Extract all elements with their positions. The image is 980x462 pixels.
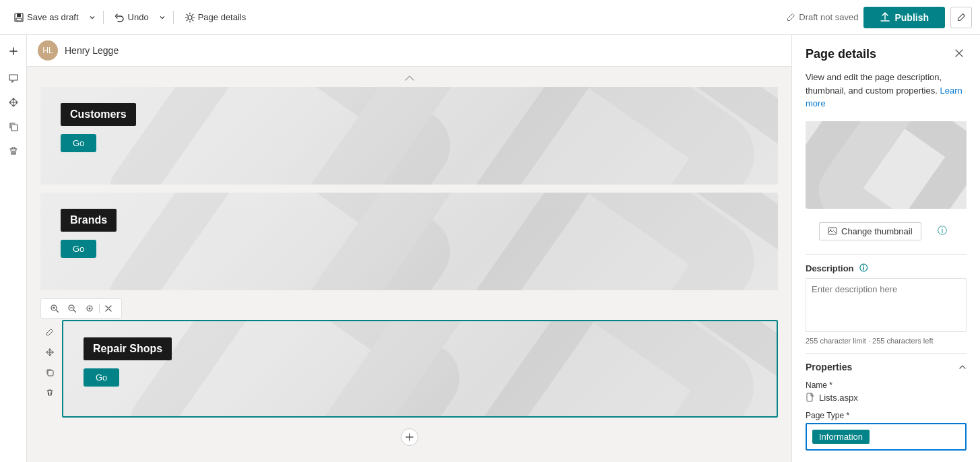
- description-info-icon: ⓘ: [859, 263, 868, 274]
- add-section-top-icon[interactable]: [3, 40, 24, 62]
- page-type-label: Page Type *: [806, 411, 967, 420]
- repair-shops-row: Repair Shops Go: [40, 320, 778, 418]
- char-count: 255 character limit · 255 characters lef…: [806, 337, 967, 345]
- move-icon[interactable]: [3, 92, 24, 113]
- author-name: Henry Legge: [65, 45, 119, 56]
- brands-title: Brands: [61, 209, 117, 232]
- move-card-button[interactable]: [40, 343, 59, 362]
- repair-shops-card[interactable]: Repair Shops Go: [62, 320, 778, 418]
- zoom-fit-button[interactable]: [81, 302, 98, 315]
- svg-point-3: [188, 15, 192, 20]
- zoom-toolbar: [40, 298, 122, 319]
- move-arrows-icon: [45, 348, 55, 357]
- customers-title: Customers: [61, 103, 136, 126]
- brands-go-button[interactable]: Go: [61, 240, 96, 258]
- draft-status: Draft not saved: [786, 12, 858, 22]
- change-thumbnail-button[interactable]: Change thumbnail: [819, 222, 921, 240]
- add-section-button[interactable]: [401, 428, 418, 446]
- delete-card-button[interactable]: [40, 383, 59, 402]
- save-draft-label: Save as draft: [27, 12, 79, 22]
- svg-point-16: [89, 308, 91, 310]
- chevron-down-icon-2: [159, 14, 166, 21]
- panel-title: Page details: [806, 47, 876, 61]
- panel-header: Page details: [792, 35, 980, 71]
- customers-card-content: Customers Go: [40, 87, 136, 152]
- publish-label: Publish: [894, 12, 929, 23]
- avatar: HL: [38, 40, 58, 61]
- file-icon: [806, 393, 815, 402]
- right-panel: Page details View and edit the page desc…: [791, 35, 980, 462]
- content-area: HL Henry Legge: [27, 35, 791, 462]
- repair-shops-title: Repair Shops: [84, 337, 172, 360]
- card-bg-pattern: [40, 87, 778, 185]
- page-details-button[interactable]: Page details: [179, 9, 252, 26]
- repair-shops-go-button[interactable]: Go: [84, 368, 119, 387]
- undo-icon: [115, 12, 125, 23]
- undo-dropdown[interactable]: [157, 11, 168, 24]
- page-type-container[interactable]: Information: [806, 423, 967, 451]
- trash-card-icon: [45, 388, 55, 397]
- customers-card[interactable]: Customers Go: [40, 87, 778, 185]
- description-textarea[interactable]: [806, 278, 967, 332]
- publish-button[interactable]: Publish: [863, 7, 945, 28]
- description-section: Description ⓘ 255 character limit · 255 …: [792, 257, 980, 350]
- svg-rect-27: [807, 393, 812, 401]
- content-scroll: Customers Go: [27, 87, 791, 462]
- add-section-bottom: [40, 423, 778, 451]
- edit-pencil-button[interactable]: [950, 7, 972, 28]
- chevron-down-icon: [89, 14, 96, 21]
- save-draft-dropdown[interactable]: [87, 11, 98, 24]
- scroll-up-area: [27, 72, 791, 87]
- arrows-icon: [8, 97, 19, 108]
- copy-icon[interactable]: [3, 116, 24, 137]
- trash-icon: [8, 145, 19, 156]
- svg-rect-2: [16, 18, 22, 21]
- copy-card-button[interactable]: [40, 363, 59, 382]
- panel-close-button[interactable]: [952, 46, 967, 63]
- close-panel-icon: [954, 48, 964, 58]
- name-property-row: Name * Lists.aspx: [806, 381, 967, 403]
- copy-icon: [45, 368, 55, 377]
- gear-icon: [185, 12, 195, 23]
- description-label-text: Description: [806, 263, 854, 273]
- brands-card-content: Brands Go: [40, 193, 117, 258]
- duplicate-icon: [8, 121, 19, 132]
- zoom-divider: [99, 304, 100, 313]
- edit-card-button[interactable]: [40, 323, 59, 341]
- page-details-label: Page details: [198, 12, 247, 22]
- undo-label: Undo: [128, 12, 149, 22]
- close-icon: [104, 304, 112, 312]
- save-draft-button[interactable]: Save as draft: [8, 9, 84, 26]
- divider-1: [103, 11, 104, 24]
- delete-icon[interactable]: [3, 140, 24, 162]
- svg-rect-17: [48, 370, 53, 376]
- brands-card[interactable]: Brands Go: [40, 193, 778, 290]
- toolbar-right: Draft not saved Publish: [786, 7, 972, 28]
- add-section-icon: [405, 432, 414, 442]
- zoom-close-button[interactable]: [101, 302, 116, 315]
- zoom-in-button[interactable]: [46, 302, 63, 315]
- thumbnail-info-icon: ⓘ: [938, 225, 947, 237]
- properties-header[interactable]: Properties: [806, 362, 967, 372]
- chevron-up-icon: [958, 363, 967, 371]
- save-icon: [13, 12, 24, 23]
- divider-2: [173, 11, 174, 24]
- undo-button[interactable]: Undo: [109, 9, 154, 26]
- scroll-up-icon: [404, 75, 415, 81]
- panel-desc-text: View and edit the page description, thum…: [806, 72, 942, 96]
- zoom-out-button[interactable]: [64, 302, 80, 315]
- zoom-fit-icon: [85, 304, 94, 313]
- name-value: Lists.aspx: [819, 393, 858, 403]
- page-type-property-row: Page Type * Information: [806, 411, 967, 451]
- zoom-in-icon: [50, 304, 59, 313]
- toolbar-left: Save as draft Undo Page details: [8, 9, 251, 26]
- pencil-edit-icon: [45, 327, 55, 337]
- page-header: HL Henry Legge: [27, 35, 791, 67]
- svg-rect-1: [17, 13, 21, 17]
- toolbar: Save as draft Undo Page details Draft no…: [0, 0, 980, 35]
- customers-go-button[interactable]: Go: [61, 134, 96, 152]
- comment-icon[interactable]: [3, 67, 24, 89]
- repair-shops-card-content: Repair Shops Go: [63, 321, 172, 387]
- name-property-label: Name *: [806, 381, 967, 390]
- repair-shops-container: Repair Shops Go: [40, 298, 778, 418]
